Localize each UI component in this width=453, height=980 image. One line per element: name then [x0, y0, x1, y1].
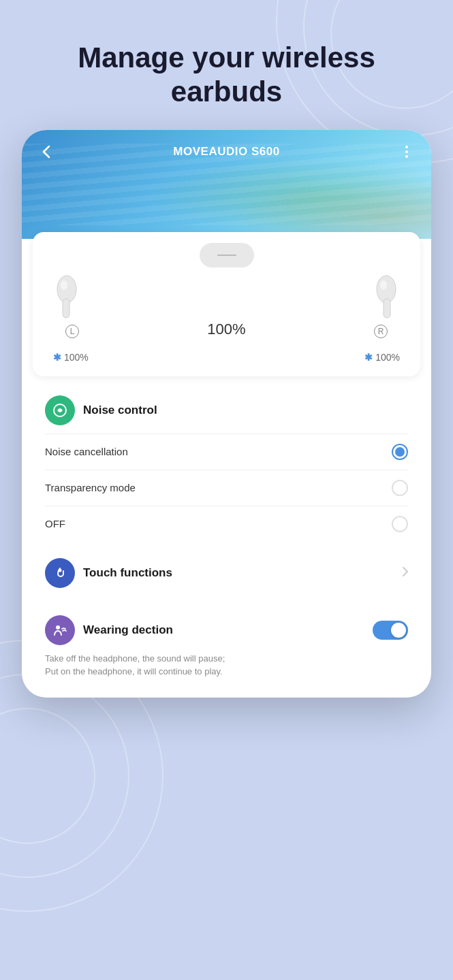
touch-functions-icon [45, 558, 75, 588]
transparency-mode-label: Transparency mode [45, 482, 136, 493]
title-line2: earbuds [171, 76, 282, 108]
page-title: Manage your wireless earbuds [0, 0, 453, 130]
left-battery: ✱ 100% [53, 352, 89, 363]
wearing-icon-svg [51, 621, 69, 639]
touch-icon-svg [51, 564, 69, 582]
case-icon [200, 243, 254, 267]
battery-row: ✱ 100% ✱ 100% [46, 346, 407, 363]
noise-control-card: Noise control Noise cancellation Transpa… [33, 385, 420, 542]
battery-card: L 100% R ✱ 100% ✱ [33, 232, 420, 376]
back-button[interactable] [35, 141, 57, 163]
right-earbud-side: R [362, 273, 400, 338]
touch-functions-row[interactable]: Touch functions [33, 547, 420, 599]
touch-functions-chevron [403, 566, 408, 580]
wearing-header: Wearing dection [33, 604, 420, 652]
wearing-detection-toggle[interactable] [373, 621, 408, 640]
header-nav: MOVEAUDIO S600 [22, 130, 431, 174]
svg-rect-1 [63, 299, 69, 318]
toggle-thumb [391, 623, 406, 638]
bg-decoration [0, 674, 129, 878]
transparency-mode-row[interactable]: Transparency mode [33, 470, 420, 506]
svg-point-8 [56, 625, 60, 630]
phone-mockup: MOVEAUDIO S600 [22, 130, 431, 698]
noise-cancellation-row[interactable]: Noise cancellation [33, 434, 420, 470]
right-battery-percent: 100% [375, 352, 400, 363]
right-battery: ✱ 100% [364, 352, 400, 363]
left-earbud-icon [53, 273, 91, 322]
bluetooth-left-icon: ✱ [53, 352, 61, 363]
device-name: MOVEAUDIO S600 [173, 145, 279, 159]
menu-button[interactable] [396, 141, 418, 163]
earbuds-row: L 100% R [46, 273, 407, 338]
noise-control-title: Noise control [83, 404, 157, 417]
bg-decoration [0, 708, 95, 844]
wearing-desc-line2: Put on the headphone, it will continue t… [45, 666, 223, 676]
touch-functions-card[interactable]: Touch functions [33, 547, 420, 599]
svg-point-2 [61, 280, 67, 290]
off-label: OFF [45, 518, 65, 529]
noise-cancellation-radio[interactable] [392, 444, 408, 460]
bluetooth-right-icon: ✱ [364, 352, 373, 363]
title-line1: Manage your wireless [78, 42, 375, 74]
transparency-mode-radio[interactable] [392, 480, 408, 496]
menu-dot [405, 155, 408, 158]
case-line [217, 255, 236, 256]
touch-functions-title: Touch functions [83, 566, 172, 580]
right-earbud-label: R [374, 325, 388, 338]
noise-cancellation-label: Noise cancellation [45, 446, 128, 457]
left-battery-percent: 100% [64, 352, 89, 363]
app-header: MOVEAUDIO S600 [22, 130, 431, 239]
wearing-desc-line1: Take off the headphone, the sound will p… [45, 653, 225, 664]
left-earbud-side: L [53, 273, 91, 338]
settings-area: Noise control Noise cancellation Transpa… [22, 376, 431, 698]
wearing-detection-description: Take off the headphone, the sound will p… [33, 652, 420, 689]
svg-point-7 [59, 568, 62, 572]
svg-point-5 [380, 280, 387, 290]
noise-icon-svg [51, 402, 69, 419]
svg-rect-4 [384, 299, 390, 318]
radio-selected-indicator [395, 447, 405, 457]
case-battery: 100% [207, 321, 245, 338]
noise-control-header: Noise control [33, 385, 420, 434]
noise-control-icon [45, 395, 75, 425]
case-percent: 100% [207, 321, 245, 338]
case-container [46, 243, 407, 267]
left-earbud-label: L [65, 325, 79, 338]
right-earbud-icon [362, 273, 400, 322]
off-radio[interactable] [392, 516, 408, 532]
wearing-detection-card: Wearing dection Take off the headphone, … [33, 604, 420, 689]
menu-dot [405, 150, 408, 153]
off-row[interactable]: OFF [33, 506, 420, 542]
wearing-detection-title: Wearing dection [83, 623, 364, 637]
wearing-detection-icon [45, 615, 75, 645]
menu-dot [405, 146, 408, 148]
